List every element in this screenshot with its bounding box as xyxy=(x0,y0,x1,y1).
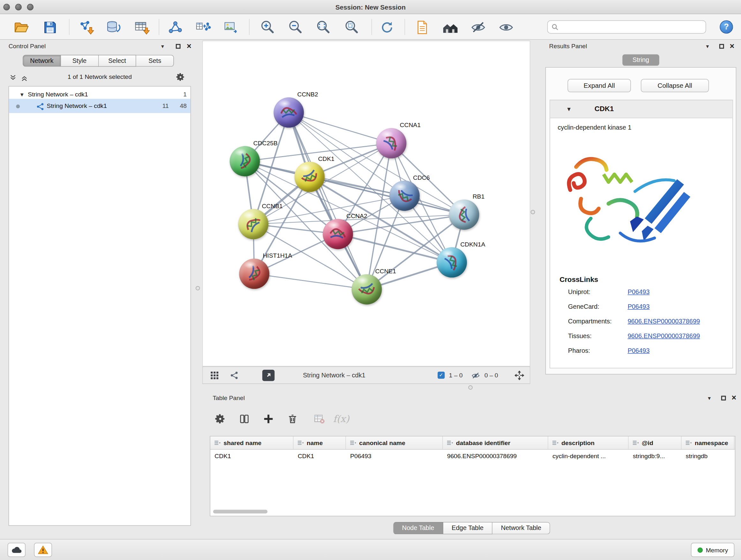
network-from-table-button[interactable] xyxy=(193,18,213,37)
horizontal-scrollbar[interactable] xyxy=(213,509,267,513)
crosslink-link[interactable]: 9606.ENSP00000378699 xyxy=(628,318,700,325)
sort-icon xyxy=(214,440,221,446)
crosslink-link[interactable]: P06493 xyxy=(628,288,650,295)
close-panel-icon[interactable]: × xyxy=(728,42,737,51)
tab-edge-table[interactable]: Edge Table xyxy=(443,522,492,535)
close-panel-icon[interactable]: × xyxy=(185,42,193,51)
new-network-button[interactable] xyxy=(165,18,186,37)
splitter-handle[interactable] xyxy=(468,385,473,389)
node-CDC25B[interactable] xyxy=(230,146,260,177)
tab-node-table[interactable]: Node Table xyxy=(393,522,443,535)
protein-entry-header[interactable]: ▼ CDK1 xyxy=(550,100,733,118)
node-label-CCNB2: CCNB2 xyxy=(297,91,318,98)
search-box[interactable] xyxy=(547,20,706,34)
apply-layout-button[interactable] xyxy=(377,18,397,37)
tab-network[interactable]: Network xyxy=(23,55,61,67)
network-options-button[interactable] xyxy=(176,72,185,83)
window-zoom-button[interactable] xyxy=(27,4,33,10)
hide-selected-button[interactable] xyxy=(468,18,488,37)
tab-select[interactable]: Select xyxy=(98,55,136,67)
column-header-shared-name[interactable]: shared name xyxy=(210,436,293,449)
tab-sets[interactable]: Sets xyxy=(136,55,174,67)
show-all-button[interactable] xyxy=(495,18,516,37)
titlebar: Session: New Session xyxy=(0,0,741,14)
import-network-database-button[interactable] xyxy=(103,18,123,37)
column-header-name[interactable]: name xyxy=(293,436,346,449)
search-input[interactable] xyxy=(561,22,702,32)
memory-status-dot xyxy=(697,547,702,552)
import-network-file-button[interactable] xyxy=(76,18,96,37)
float-panel-icon[interactable] xyxy=(174,42,183,51)
grid-view-button[interactable] xyxy=(210,371,219,381)
table-row[interactable]: CDK1CDK1P064939606.ENSP00000378699cyclin… xyxy=(210,449,735,462)
help-button[interactable]: ? xyxy=(720,20,733,34)
node-CDK1[interactable] xyxy=(294,162,325,192)
network-overview-button[interactable] xyxy=(230,371,239,381)
splitter-handle[interactable] xyxy=(196,286,200,290)
hidden-eye-icon[interactable] xyxy=(471,371,480,382)
node-HIST1H1A[interactable] xyxy=(239,259,269,289)
float-panel-icon[interactable] xyxy=(718,42,726,51)
collapse-panel-icon[interactable]: ▾ xyxy=(158,42,167,51)
window-minimize-button[interactable] xyxy=(15,4,22,10)
tab-style[interactable]: Style xyxy=(61,55,98,67)
column-header-description[interactable]: description xyxy=(548,436,629,449)
sort-icon xyxy=(447,440,453,446)
zoom-selected-button[interactable] xyxy=(341,18,362,37)
pan-mode-button[interactable] xyxy=(514,370,525,382)
expand-all-button[interactable]: Expand All xyxy=(568,79,631,92)
zoom-out-button[interactable] xyxy=(285,18,306,37)
zoom-fit-button[interactable] xyxy=(313,18,333,37)
node-CCNB2[interactable] xyxy=(273,98,304,128)
network-view-toolbar: String Network – cdk1 ✓ 1 – 0 0 – 0 xyxy=(202,367,530,384)
crosslink-link[interactable]: P06493 xyxy=(628,347,650,354)
collapse-panel-icon[interactable]: ▾ xyxy=(705,394,714,402)
delete-table-button[interactable] xyxy=(310,409,329,428)
window-close-button[interactable] xyxy=(3,4,10,10)
crosslink-label: GeneCard: xyxy=(568,303,599,310)
column-header-canonical-name[interactable]: canonical name xyxy=(346,436,443,449)
create-column-button[interactable] xyxy=(259,409,278,428)
splitter-handle[interactable] xyxy=(531,210,535,214)
collapse-all-button[interactable]: Collapse All xyxy=(641,79,709,92)
memory-button[interactable]: Memory xyxy=(691,543,734,557)
node-CCNB1[interactable] xyxy=(238,209,268,240)
export-network-button[interactable] xyxy=(262,370,275,381)
save-session-button[interactable] xyxy=(40,18,60,37)
node-CDC6[interactable] xyxy=(389,181,420,211)
copy-document-button[interactable] xyxy=(412,18,432,37)
close-panel-icon[interactable]: × xyxy=(730,394,738,402)
selected-nodes-checkbox[interactable]: ✓ xyxy=(437,372,445,379)
export-image-button[interactable] xyxy=(221,18,242,37)
node-CDKN1A[interactable] xyxy=(436,247,467,278)
function-builder-button[interactable]: f(x) xyxy=(332,409,351,428)
node-CCNA1[interactable] xyxy=(376,128,407,159)
float-panel-icon[interactable] xyxy=(719,394,728,402)
delete-column-button[interactable] xyxy=(283,409,302,428)
import-table-button[interactable] xyxy=(131,18,152,37)
control-panel-tabs: NetworkStyleSelectSets xyxy=(23,55,174,67)
table-settings-button[interactable] xyxy=(211,409,229,428)
node-label-CCNB1: CCNB1 xyxy=(262,202,282,209)
zoom-in-button[interactable] xyxy=(257,18,278,37)
network-row-selected[interactable]: String Network – cdk1 11 48 xyxy=(9,99,191,113)
open-session-button[interactable] xyxy=(11,18,31,37)
crosslink-link[interactable]: P06493 xyxy=(628,303,650,310)
entry-expander-icon[interactable]: ▼ xyxy=(566,106,572,113)
toggle-columns-button[interactable] xyxy=(235,409,254,428)
column-header-database-identifier[interactable]: database identifier xyxy=(443,436,548,449)
node-RB1[interactable] xyxy=(449,199,479,230)
collapse-panel-icon[interactable]: ▾ xyxy=(703,42,712,51)
eye-slash-icon xyxy=(470,19,486,36)
network-canvas[interactable]: CCNB2CCNA1CDC25BCDK1CDC6RB1CCNB1CCNA2CDK… xyxy=(202,41,530,366)
cloud-status-button[interactable] xyxy=(8,543,25,557)
node-CCNA2[interactable] xyxy=(323,219,353,249)
crosslink-link[interactable]: 9606.ENSP00000378699 xyxy=(628,332,700,339)
node-CCNE1[interactable] xyxy=(352,274,382,305)
warnings-button[interactable] xyxy=(34,543,52,557)
column-header--id[interactable]: @id xyxy=(629,436,682,449)
column-header-namespace[interactable]: namespace xyxy=(681,436,734,449)
tab-string[interactable]: String xyxy=(622,54,659,66)
tab-network-table[interactable]: Network Table xyxy=(492,522,550,535)
home-button[interactable] xyxy=(440,18,461,37)
